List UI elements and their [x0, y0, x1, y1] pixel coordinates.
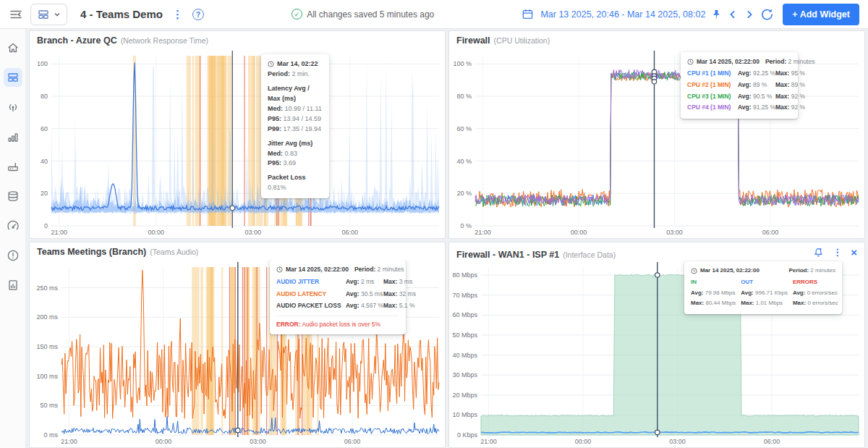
dashboard-layout-dropdown[interactable] [30, 4, 67, 25]
dashboard-layout-icon [37, 8, 50, 21]
sidebar-item-alerts[interactable] [4, 246, 22, 265]
sidebar-item-dashboards[interactable] [4, 68, 22, 87]
teams-audio-chart[interactable]: 21:0000:0003:0006:00250 ms200 ms150 ms10… [30, 260, 445, 447]
svg-text:21:00: 21:00 [51, 229, 67, 236]
calendar-icon[interactable] [522, 8, 534, 20]
widget-title: Firewall - WAN1 - ISP #1 [456, 250, 559, 260]
svg-text:0 ms: 0 ms [43, 431, 58, 439]
svg-text:60 Mbps: 60 Mbps [452, 311, 477, 318]
add-widget-button[interactable]: + Add Widget [783, 4, 859, 25]
chart-tooltip: Mar 14 2025, 02:22:00 Period: 2 minutes … [681, 52, 798, 119]
svg-text:0 Kbps: 0 Kbps [457, 431, 478, 439]
cpu-utilization-chart[interactable]: 21:0000:0003:0006:00100 %80 %60 %40 %20 … [449, 48, 864, 238]
clock-icon [687, 59, 694, 65]
refresh-icon[interactable] [761, 8, 773, 20]
svg-text:0 %: 0 % [460, 222, 472, 229]
svg-text:50 Mbps: 50 Mbps [452, 331, 477, 339]
widget-firewall-wan1: Firewall - WAN1 - ISP #1 (Interface Data… [448, 242, 865, 448]
widget-subtitle: (Network Response Time) [121, 36, 208, 45]
svg-text:200 ms: 200 ms [36, 313, 58, 321]
chevron-left-icon[interactable] [728, 9, 738, 20]
sidebar-item-monitoring[interactable] [4, 98, 22, 117]
svg-text:00:00: 00:00 [571, 229, 587, 236]
svg-text:21:00: 21:00 [475, 229, 491, 236]
svg-text:20 Mbps: 20 Mbps [452, 392, 477, 399]
save-status-text: All changes saved 5 minutes ago [307, 9, 434, 20]
widget-subtitle: (Teams Audio) [150, 248, 198, 256]
save-status: ✓ All changes saved 5 minutes ago [204, 9, 522, 20]
svg-text:80 Mbps: 80 Mbps [452, 271, 477, 279]
widget-firewall-cpu: Firewall (CPU Utilization) 21:0000:0003:… [448, 30, 865, 239]
svg-text:06:00: 06:00 [344, 438, 361, 445]
svg-text:21:00: 21:00 [480, 438, 497, 445]
chart-tooltip: Mar 14, 02:22 Period: 2 min. Latency Avg… [261, 54, 329, 198]
svg-text:03:00: 03:00 [669, 438, 686, 445]
svg-text:03:00: 03:00 [666, 229, 683, 236]
sidebar-item-network-sessions[interactable] [4, 127, 22, 146]
sidebar-item-home[interactable] [4, 38, 22, 57]
tooltip-error-message: ERROR: Audio packet loss is over 5% [276, 316, 399, 329]
signal-bars-icon [7, 130, 20, 143]
svg-text:40: 40 [41, 158, 48, 165]
sidebar-item-speed-test[interactable] [4, 216, 22, 235]
router-icon [7, 160, 20, 173]
radar-icon [7, 101, 20, 114]
svg-text:06:00: 06:00 [762, 229, 779, 236]
svg-text:80 %: 80 % [456, 93, 472, 100]
widget-close-icon[interactable]: × [851, 247, 857, 258]
svg-text:10 Mbps: 10 Mbps [452, 411, 477, 418]
pin-icon[interactable] [712, 9, 721, 20]
svg-text:60: 60 [41, 125, 48, 132]
clock-icon [268, 61, 274, 67]
chevron-down-icon [54, 11, 61, 18]
svg-text:06:00: 06:00 [764, 438, 780, 445]
widget-alert-bell-icon[interactable] [813, 247, 824, 258]
svg-text:150 ms: 150 ms [36, 343, 58, 350]
stack-icon [7, 190, 20, 203]
svg-text:60 %: 60 % [456, 125, 472, 132]
chart-tooltip: Mar 14 2025, 02:22:00 Period: 2 minutes … [270, 260, 406, 334]
menu-toggle-icon[interactable] [9, 7, 23, 22]
svg-text:50 ms: 50 ms [40, 402, 58, 409]
widget-menu-icon[interactable]: ⋮ [833, 248, 842, 257]
dashboard-menu-icon[interactable]: ⋮ [170, 8, 185, 21]
clock-icon [276, 266, 283, 273]
interface-data-chart[interactable]: 21:0000:0003:0006:0080 Mbps70 Mbps60 Mbp… [449, 260, 864, 447]
report-icon [7, 279, 20, 292]
sidebar-item-devices[interactable] [4, 157, 22, 176]
chevron-right-icon[interactable] [744, 9, 754, 20]
dashboard-grid: Branch - Azure QC (Network Response Time… [26, 29, 868, 448]
svg-text:250 ms: 250 ms [36, 284, 58, 292]
svg-text:00:00: 00:00 [156, 438, 172, 445]
svg-text:80: 80 [41, 93, 48, 100]
widget-teams-meetings: Teams Meetings (Branch) (Teams Audio) 21… [29, 242, 446, 448]
svg-text:20: 20 [41, 190, 48, 197]
chart-tooltip: Mar 14 2025, 02:22:00 Period: 2 minutes … [684, 261, 842, 314]
svg-text:100 ms: 100 ms [36, 373, 58, 380]
top-bar: 4 - Teams Demo ⋮ ? ✓ All changes saved 5… [0, 0, 868, 29]
date-range-picker[interactable]: Mar 13 2025, 20:46 - Mar 14 2025, 08:02 [540, 9, 705, 20]
widget-title: Firewall [456, 35, 490, 46]
svg-text:100 %: 100 % [453, 60, 472, 67]
svg-text:20 %: 20 % [456, 190, 472, 197]
svg-text:00:00: 00:00 [575, 438, 592, 445]
svg-text:30 Mbps: 30 Mbps [452, 371, 477, 379]
clock-icon [691, 268, 697, 274]
alert-circle-icon [7, 249, 20, 262]
svg-text:40 %: 40 % [456, 158, 472, 165]
svg-text:0: 0 [44, 222, 48, 229]
home-icon [7, 41, 20, 54]
svg-text:21:00: 21:00 [61, 438, 77, 445]
sidebar-item-reports[interactable] [4, 276, 22, 295]
dashboard-icon [7, 71, 20, 84]
help-icon[interactable]: ? [192, 9, 204, 20]
left-sidebar [0, 29, 26, 448]
widget-title: Branch - Azure QC [37, 35, 117, 46]
network-response-time-chart[interactable]: 21:0000:0003:0006:00100806040200 Mar 14,… [30, 48, 445, 238]
chart-canvas[interactable]: 21:0000:0003:0006:00100806040200 [30, 48, 445, 238]
sidebar-item-inventory[interactable] [4, 187, 22, 206]
svg-text:06:00: 06:00 [341, 229, 358, 236]
gauge-icon [7, 219, 20, 232]
svg-text:40 Mbps: 40 Mbps [452, 352, 477, 359]
widget-branch-azure-qc: Branch - Azure QC (Network Response Time… [29, 30, 446, 239]
